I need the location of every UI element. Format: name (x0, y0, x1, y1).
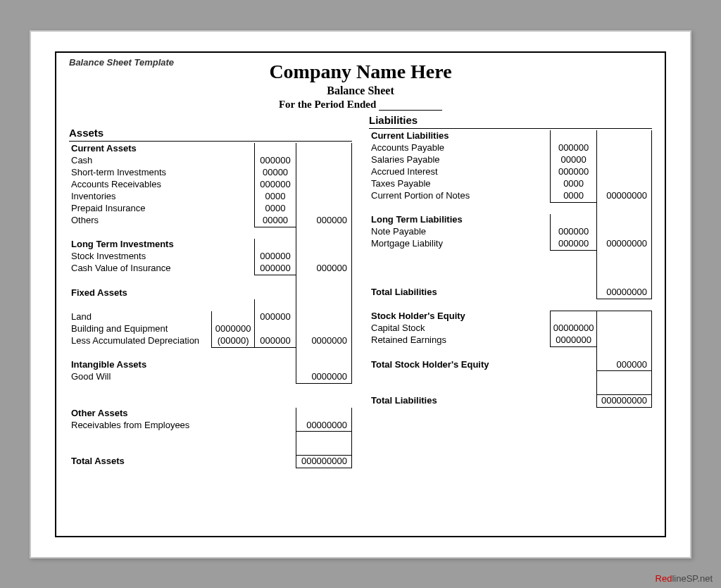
period-blank[interactable] (379, 110, 442, 111)
row-val: 0000 (550, 178, 597, 190)
row-label: Short-term Investments (69, 167, 212, 179)
row-label: Stock Investments (69, 251, 212, 263)
row-label: Retained Earnings (369, 334, 509, 346)
footer-red: Red (656, 573, 672, 584)
row-label: Others (69, 215, 212, 227)
header: Company Name Here Balance Sheet For the … (69, 61, 652, 111)
row-val: 000000 (254, 251, 296, 263)
row-val: 0000 (254, 203, 296, 215)
assets-title: Assets (69, 126, 352, 142)
row-val: 000000 (550, 238, 597, 250)
row-label: Mortgage Liability (369, 238, 509, 250)
row-val: 0000 (254, 191, 296, 203)
inner-border: Balance Sheet Template Company Name Here… (55, 51, 666, 537)
row-val: 00000 (550, 154, 597, 166)
total-liab-val: 00000000 (597, 287, 652, 299)
row-label: Prepaid Insurance (69, 203, 212, 215)
row-label: Cash Value of Insurance (69, 263, 212, 275)
she-title: Stock Holder's Equity (369, 311, 509, 323)
row-total: 0000000 (296, 335, 352, 347)
row-total: 00000000 (296, 420, 352, 432)
row-total: 0000000 (296, 371, 352, 383)
row-val: 000000 (254, 263, 296, 275)
row-label: Taxes Payable (369, 178, 509, 190)
row-label: Salaries Payable (369, 154, 509, 166)
row-val: 00000 (254, 167, 296, 179)
current-liab-title: Current Liabilities (369, 130, 509, 142)
footer-rest: lineSP.net (672, 573, 713, 584)
liabilities-column: Liabilities Current Liabilities Accounts… (369, 126, 652, 469)
row-val: 000000 (550, 166, 597, 178)
row-val: 0000000 (550, 334, 597, 346)
document-page: Balance Sheet Template Company Name Here… (30, 30, 691, 558)
row-total: 00000000 (597, 190, 652, 202)
row-val: (00000) (212, 335, 255, 347)
intangible-title: Intangible Assets (69, 359, 212, 371)
row-total: 000000 (296, 263, 352, 275)
total-liab2-label: Total Liabilities (369, 395, 509, 408)
period-line: For the Period Ended (69, 99, 652, 111)
subtitle: Balance Sheet (69, 85, 652, 97)
row-val: 00000 (254, 215, 296, 227)
liabilities-table: Current Liabilities Accounts Payable0000… (369, 130, 652, 408)
row-label: Note Payable (369, 226, 509, 238)
row-val: 000000 (550, 226, 597, 238)
row-val: 000000 (254, 311, 296, 323)
row-label: Accounts Receivables (69, 179, 212, 191)
assets-column: Assets Current Assets Cash000000 Short-t… (69, 126, 352, 469)
total-liab2-val: 000000000 (597, 395, 652, 408)
row-val: 000000 (550, 142, 597, 154)
row-label: Inventories (69, 191, 212, 203)
period-label: For the Period Ended (279, 99, 376, 110)
current-assets-title: Current Assets (69, 143, 212, 155)
lt-liab-title: Long Term Liabilities (369, 214, 509, 226)
row-val: 0000000 (212, 323, 255, 335)
total-liab-label: Total Liabilities (369, 287, 509, 299)
lti-title: Long Term Investments (69, 239, 212, 251)
row-val: 0000 (550, 190, 597, 202)
row-total: 00000000 (597, 238, 652, 250)
row-val: 000000 (254, 155, 296, 167)
row-val: 000000 (254, 179, 296, 191)
row-label: Cash (69, 155, 212, 167)
liabilities-title: Liabilities (369, 113, 652, 130)
other-assets-title: Other Assets (69, 408, 212, 420)
total-assets-val: 000000000 (296, 456, 352, 468)
total-she-val: 000000 (597, 359, 652, 371)
row-label: Capital Stock (369, 323, 509, 334)
assets-table: Current Assets Cash000000 Short-term Inv… (69, 143, 352, 468)
row-sub: 000000 (254, 335, 296, 347)
row-label: Accounts Payable (369, 142, 509, 154)
total-she-label: Total Stock Holder's Equity (369, 359, 509, 371)
row-label: Receivables from Employees (69, 420, 212, 432)
footer-watermark: RedlineSP.net (656, 573, 713, 584)
row-label: Less Accumulated Depreciation (69, 335, 212, 347)
row-label: Current Portion of Notes (369, 190, 509, 202)
total-assets-label: Total Assets (69, 456, 212, 468)
row-label: Good Will (69, 371, 212, 383)
fixed-title: Fixed Assets (69, 287, 212, 299)
row-total: 000000 (296, 215, 352, 227)
row-val: 00000000 (550, 323, 597, 334)
body: Assets Current Assets Cash000000 Short-t… (69, 126, 652, 469)
row-label: Accrued Interest (369, 166, 509, 178)
row-label: Building and Equipment (69, 323, 212, 335)
row-label: Land (69, 311, 212, 323)
